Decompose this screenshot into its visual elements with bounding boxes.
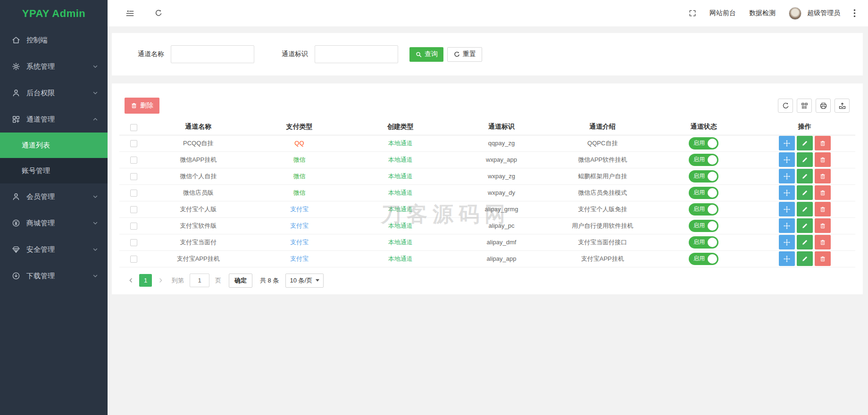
sidebar-item-account-manage[interactable]: 账号管理 bbox=[0, 158, 108, 183]
prev-page-icon[interactable] bbox=[126, 274, 135, 287]
caret-down-icon bbox=[316, 279, 319, 282]
chevron-up-icon bbox=[92, 116, 98, 122]
table-refresh-button[interactable] bbox=[778, 99, 793, 113]
channel-desc-cell: 支付宝APP挂机 bbox=[552, 250, 653, 267]
row-checkbox[interactable] bbox=[130, 239, 137, 246]
site-front-link[interactable]: 网站前台 bbox=[709, 9, 736, 17]
sidebar-item-channel[interactable]: 通道管理 bbox=[0, 106, 108, 133]
status-toggle[interactable]: 启用 bbox=[689, 253, 718, 265]
next-page-icon[interactable] bbox=[156, 274, 165, 287]
delete-row-button[interactable] bbox=[815, 152, 831, 167]
delete-row-button[interactable] bbox=[815, 185, 831, 200]
move-row-button[interactable] bbox=[779, 218, 795, 233]
move-icon bbox=[783, 140, 791, 147]
status-label: 启用 bbox=[693, 139, 705, 147]
sidebar-item-label: 商城管理 bbox=[26, 219, 55, 228]
row-checkbox[interactable] bbox=[130, 173, 137, 180]
delete-row-button[interactable] bbox=[815, 202, 831, 216]
search-icon bbox=[415, 51, 422, 58]
channel-name-cell: PCQQ自挂 bbox=[148, 135, 249, 151]
edit-row-button[interactable] bbox=[797, 218, 813, 233]
sidebar-item-download[interactable]: 下载管理 bbox=[0, 263, 108, 289]
sidebar-item-members[interactable]: 会员管理 bbox=[0, 183, 108, 210]
column-header: 支付类型 bbox=[249, 119, 350, 135]
status-toggle[interactable]: 启用 bbox=[689, 203, 718, 216]
create-type-cell: 本地通道 bbox=[350, 135, 451, 151]
pay-type-cell: QQ bbox=[249, 135, 350, 151]
refresh-page-icon[interactable] bbox=[154, 9, 163, 17]
status-toggle[interactable]: 启用 bbox=[689, 170, 718, 183]
move-row-button[interactable] bbox=[779, 169, 795, 183]
sidebar-submenu: 通道列表账号管理 bbox=[0, 133, 108, 183]
sidebar-item-system[interactable]: 系统管理 bbox=[0, 53, 108, 80]
sidebar-item-label: 下载管理 bbox=[26, 272, 55, 281]
sidebar-item-dashboard[interactable]: 控制端 bbox=[0, 27, 108, 53]
channel-name-cell: 支付宝当面付 bbox=[148, 234, 249, 250]
reset-button[interactable]: 重置 bbox=[447, 47, 482, 62]
edit-row-button[interactable] bbox=[797, 185, 813, 200]
toggle-knob bbox=[708, 238, 717, 247]
pay-type-cell: 微信 bbox=[249, 151, 350, 168]
row-checkbox[interactable] bbox=[130, 206, 137, 213]
goto-confirm-button[interactable]: 确定 bbox=[229, 274, 252, 288]
delete-row-button[interactable] bbox=[815, 251, 831, 266]
sidebar-item-mall[interactable]: 商城管理 bbox=[0, 210, 108, 236]
delete-row-button[interactable] bbox=[815, 218, 831, 233]
move-row-button[interactable] bbox=[779, 185, 795, 200]
table-row: PCQQ自挂QQ本地通道qqpay_zgQQPC自挂启用 bbox=[119, 135, 855, 151]
edit-row-button[interactable] bbox=[797, 251, 813, 266]
channel-code-input[interactable] bbox=[315, 45, 398, 63]
edit-row-button[interactable] bbox=[797, 202, 813, 216]
download-icon bbox=[11, 272, 20, 281]
move-row-button[interactable] bbox=[779, 136, 795, 150]
delete-row-button[interactable] bbox=[815, 169, 831, 183]
data-monitor-link[interactable]: 数据检测 bbox=[749, 9, 776, 17]
delete-row-button[interactable] bbox=[815, 235, 831, 249]
channel-name-input[interactable] bbox=[171, 45, 254, 63]
status-toggle[interactable]: 启用 bbox=[689, 137, 718, 149]
user-menu[interactable]: 超级管理员 bbox=[789, 7, 840, 20]
table-header-row: 通道名称支付类型创建类型通道标识通道介绍通道状态操作 bbox=[119, 119, 855, 135]
sidebar-item-channel-list[interactable]: 通道列表 bbox=[0, 133, 108, 158]
sidebar-item-admin-auth[interactable]: 后台权限 bbox=[0, 80, 108, 106]
pencil-icon bbox=[801, 190, 808, 196]
main-area: 网站前台 数据检测 超级管理员 通道名称 通道标识 查询 重置 删除 bbox=[108, 0, 868, 415]
status-toggle[interactable]: 启用 bbox=[689, 154, 718, 166]
edit-row-button[interactable] bbox=[797, 235, 813, 249]
select-all-checkbox[interactable] bbox=[130, 124, 137, 131]
channel-desc-cell: 鲲鹏框架用户自挂 bbox=[552, 168, 653, 184]
batch-delete-button[interactable]: 删除 bbox=[125, 98, 159, 114]
row-checkbox[interactable] bbox=[130, 256, 137, 263]
row-checkbox[interactable] bbox=[130, 223, 137, 230]
move-row-button[interactable] bbox=[779, 152, 795, 167]
edit-row-button[interactable] bbox=[797, 136, 813, 150]
collapse-menu-icon[interactable] bbox=[125, 9, 134, 18]
table-tools bbox=[778, 99, 850, 113]
fullscreen-icon[interactable] bbox=[689, 9, 696, 17]
table-columns-button[interactable] bbox=[797, 99, 812, 113]
channel-name-label: 通道名称 bbox=[138, 50, 164, 58]
move-row-button[interactable] bbox=[779, 202, 795, 216]
row-checkbox[interactable] bbox=[130, 140, 137, 147]
sidebar-item-security[interactable]: 安全管理 bbox=[0, 236, 108, 263]
page-size-select[interactable]: 10 条/页 bbox=[285, 274, 324, 288]
create-type-cell: 本地通道 bbox=[350, 184, 451, 201]
goto-page-input[interactable] bbox=[190, 274, 209, 287]
status-toggle[interactable]: 启用 bbox=[689, 187, 718, 199]
more-menu-icon[interactable] bbox=[853, 9, 856, 17]
query-button[interactable]: 查询 bbox=[409, 47, 443, 62]
move-row-button[interactable] bbox=[779, 251, 795, 266]
page-number-active[interactable]: 1 bbox=[139, 274, 152, 287]
edit-row-button[interactable] bbox=[797, 152, 813, 167]
table-export-button[interactable] bbox=[835, 99, 850, 113]
delete-row-button[interactable] bbox=[815, 136, 831, 150]
row-checkbox[interactable] bbox=[130, 157, 137, 164]
channel-code-cell: alipay_app bbox=[451, 250, 552, 267]
status-toggle[interactable]: 启用 bbox=[689, 236, 718, 249]
status-toggle[interactable]: 启用 bbox=[689, 220, 718, 232]
create-type-cell: 本地通道 bbox=[350, 234, 451, 250]
move-row-button[interactable] bbox=[779, 235, 795, 249]
row-checkbox[interactable] bbox=[130, 190, 137, 197]
table-print-button[interactable] bbox=[816, 99, 831, 113]
edit-row-button[interactable] bbox=[797, 169, 813, 183]
